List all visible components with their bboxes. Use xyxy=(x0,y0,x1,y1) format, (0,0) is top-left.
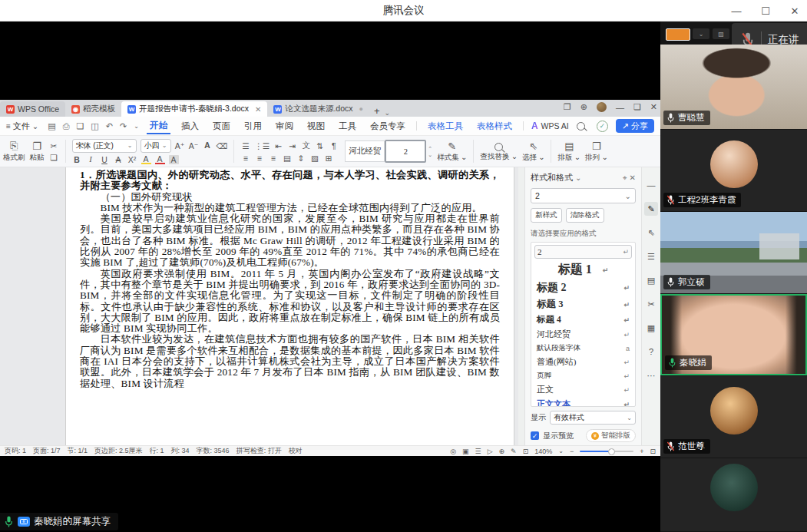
wps-home-tab[interactable]: W WPS Office xyxy=(0,101,65,117)
decrease-font-icon[interactable]: A⁻ xyxy=(189,141,199,150)
bold-icon[interactable]: B xyxy=(72,155,82,164)
close-icon[interactable]: ✕ xyxy=(789,5,801,17)
borders-icon[interactable]: ⊞ xyxy=(323,154,333,163)
maximize-icon[interactable]: ☐ xyxy=(759,5,772,17)
clear-format-button[interactable]: 清除格式 xyxy=(566,208,604,223)
doc-tab-active[interactable]: W 开题报告申请书-秦晓娟-3.docx ✕ xyxy=(121,101,267,117)
cloud-sync-icon[interactable]: ✓ xyxy=(597,121,608,132)
increase-font-icon[interactable]: A⁺ xyxy=(175,141,185,150)
text-effects-icon[interactable]: 𝐀 xyxy=(203,140,213,150)
select-tool-icon[interactable]: ⇖ xyxy=(644,226,658,240)
style-item[interactable]: 标题 4 ↵ xyxy=(534,312,632,327)
clear-format-icon[interactable]: ⌫ xyxy=(217,141,228,150)
paste-button[interactable]: ❐ 粘贴 xyxy=(30,137,45,165)
style-item[interactable]: 正文 ↵ xyxy=(534,382,632,397)
char-shading-icon[interactable]: A xyxy=(169,155,179,164)
focus-mode-icon[interactable]: ⊡ xyxy=(523,448,529,455)
web-view-icon[interactable]: ⊕ xyxy=(499,448,505,455)
chevron-down-icon[interactable]: ⌄ xyxy=(575,173,581,182)
zoom-in-button[interactable]: + xyxy=(640,448,643,455)
layout-toggle-button[interactable] xyxy=(666,28,690,41)
more-icon[interactable]: ⋯ xyxy=(644,368,658,382)
share-button[interactable]: ↗ 分享 xyxy=(616,119,654,133)
style-item[interactable]: 标题 2 ↵ xyxy=(534,279,632,296)
video-tile[interactable]: 工程2班李青霞 xyxy=(660,130,807,211)
find-replace-button[interactable]: 查找替换 ⌄ xyxy=(480,137,518,165)
help-icon[interactable]: ? xyxy=(644,345,658,359)
undo-icon[interactable]: ↶ xyxy=(106,121,113,131)
indent-icon[interactable]: ⇥ xyxy=(287,141,297,150)
style-item[interactable]: 普通(网站) ↵ xyxy=(534,355,632,369)
format-painter-button[interactable]: ⎘ 格式刷 xyxy=(3,137,25,165)
search-icon[interactable] xyxy=(577,122,585,131)
style-gallery-item-selected[interactable]: 2 xyxy=(385,140,426,163)
gallery-up-icon[interactable]: ⌃ xyxy=(428,146,432,151)
gallery-down-icon[interactable]: ⌄ xyxy=(428,152,432,157)
video-tile[interactable]: 曹聪慧 xyxy=(660,45,807,129)
camera-control-button[interactable]: ⌄ xyxy=(693,28,709,39)
smart-typeset-button[interactable]: ¥ 智能排版 xyxy=(586,429,636,442)
asian-layout-icon[interactable]: 文 xyxy=(301,140,311,151)
tab-insert[interactable]: 插入 xyxy=(178,118,202,134)
highlight-icon[interactable]: A xyxy=(141,155,151,164)
tab-view[interactable]: 视图 xyxy=(304,118,328,134)
wps-restore-icon[interactable]: ❏ xyxy=(633,102,641,112)
underline-icon[interactable]: U xyxy=(100,155,110,164)
chevron-down-icon[interactable]: ⌄ xyxy=(134,123,139,130)
new-style-button[interactable]: 新样式 xyxy=(531,208,562,223)
document-canvas[interactable]: 1．所选课题国内、外的研究动态、水平、存在问题，与本人学习、社会实践、调研的关系… xyxy=(0,167,518,445)
font-name-select[interactable]: 宋体 (正文)⌄ xyxy=(72,139,137,153)
align-right-icon[interactable]: ≡ xyxy=(268,154,278,163)
globe-icon[interactable]: ⊕ xyxy=(580,102,587,112)
vertical-scrollbar[interactable] xyxy=(518,167,524,445)
justify-icon[interactable]: ▤ xyxy=(282,154,292,163)
tab-page[interactable]: 页面 xyxy=(210,118,233,134)
preview-icon[interactable]: ◫ xyxy=(91,121,98,131)
outdent-icon[interactable]: ⇤ xyxy=(273,141,283,150)
minimize-icon[interactable]: — xyxy=(730,5,743,17)
status-spellcheck[interactable]: 拼写检查: 打开 xyxy=(236,446,282,456)
style-item[interactable]: 河北经贸 ↵ xyxy=(534,327,632,342)
skin-icon[interactable]: ▦ xyxy=(644,321,658,335)
typeset-button[interactable]: ▤ 排版 ⌄ xyxy=(557,137,580,165)
font-color-icon[interactable]: A xyxy=(155,155,165,164)
split-view-icon[interactable]: ❐ xyxy=(564,102,571,112)
read-mode-icon[interactable]: ▷ xyxy=(488,448,493,455)
show-marks-icon[interactable]: ¶ xyxy=(329,141,339,150)
status-wordcount[interactable]: 字数: 3546 xyxy=(197,446,230,456)
chevron-down-icon[interactable]: ⌄ xyxy=(558,448,564,454)
strikethrough-icon[interactable]: A xyxy=(114,155,124,164)
tab-list-chevron-icon[interactable]: ⌄ xyxy=(385,109,391,117)
tab-table-style[interactable]: 表格样式 xyxy=(474,118,515,134)
wps-ai-button[interactable]: A WPS AI xyxy=(531,121,569,131)
pin-icon[interactable]: ⌖ xyxy=(623,173,627,183)
shading-icon[interactable]: ▨ xyxy=(309,154,319,163)
panel-close-icon[interactable]: ✕ xyxy=(630,173,636,182)
arrange-button[interactable]: ❒ 排列 ⌄ xyxy=(585,137,608,165)
zoom-level[interactable]: 140% xyxy=(534,448,552,455)
align-center-icon[interactable]: ≡ xyxy=(254,154,264,163)
edit-pen-icon[interactable]: ✎ xyxy=(644,202,658,216)
account-avatar[interactable] xyxy=(597,102,607,112)
show-filter-select[interactable]: 有效样式⌄ xyxy=(550,411,636,425)
preview-checkbox[interactable]: ✓ xyxy=(531,431,539,440)
save-icon[interactable]: ▤ xyxy=(48,121,55,131)
export-icon[interactable]: ⎙ xyxy=(63,121,70,131)
zoom-out-button[interactable]: − xyxy=(570,448,574,455)
view-options-button[interactable]: ▨ xyxy=(713,28,729,39)
video-tile-speaking[interactable]: 秦晓娟 xyxy=(660,294,807,375)
italic-icon[interactable]: I xyxy=(86,155,96,164)
screen-share-banner[interactable]: 秦晓娟的屏幕共享 xyxy=(0,513,118,530)
numbering-icon[interactable]: ⋮☰ xyxy=(254,141,270,150)
redo-icon[interactable]: ↷ xyxy=(120,121,127,131)
video-tile[interactable]: 郭立硕 xyxy=(660,212,807,293)
select-button[interactable]: ⇖ 选择 ⌄ xyxy=(522,137,545,165)
docer-tab[interactable]: ◉ 稻壳模板 xyxy=(65,101,121,117)
bullets-icon[interactable]: ☰ xyxy=(240,141,250,150)
tab-close-icon[interactable]: ✕ xyxy=(255,105,261,114)
file-menu[interactable]: ≡ 文件 ⌄ xyxy=(6,121,38,132)
tab-tools[interactable]: 工具 xyxy=(336,118,359,134)
video-tile[interactable]: 范世尊 xyxy=(660,376,807,458)
style-item[interactable]: 标题 3 ↵ xyxy=(534,296,632,312)
eye-protect-icon[interactable]: ◎ xyxy=(450,448,456,455)
